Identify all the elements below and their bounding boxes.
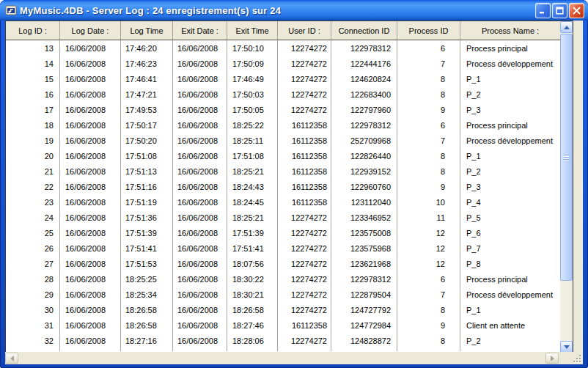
cell-exit-date: 16/06/2008 xyxy=(173,163,227,179)
cell-user-id: 12274272 xyxy=(278,302,331,317)
cell-log-date: 16/06/2008 xyxy=(60,240,121,256)
column-header-connection-id[interactable]: Connection ID xyxy=(331,21,397,40)
cell-user-id: 12274272 xyxy=(278,40,331,56)
cell-connection-id: 122978312 xyxy=(331,117,397,133)
cell-log-time: 17:51:39 xyxy=(121,225,173,240)
cell-exit-date: 16/06/2008 xyxy=(173,133,227,148)
cell-exit-time: 17:51:39 xyxy=(227,225,278,240)
cell-log-date: 16/06/2008 xyxy=(60,148,121,163)
cell-log-date: 16/06/2008 xyxy=(60,56,121,71)
close-button[interactable] xyxy=(569,3,584,18)
application-icon[interactable] xyxy=(5,4,17,16)
cell-process-name: Process principal xyxy=(460,117,560,133)
cell-connection-id: 122826440 xyxy=(331,148,397,163)
cell-exit-time: 18:25:11 xyxy=(227,133,278,148)
cell-log-id: 32 xyxy=(6,333,60,348)
cell-exit-date: 16/06/2008 xyxy=(173,225,227,240)
minimize-button[interactable] xyxy=(535,3,551,18)
cell-user-id: 16112358 xyxy=(278,117,331,133)
scroll-down-button[interactable] xyxy=(560,341,573,353)
cell-process-id: 12 xyxy=(397,256,460,271)
cell-exit-time: 17:46:49 xyxy=(227,71,278,87)
cell-exit-time: 18:24:43 xyxy=(227,179,278,194)
cell-process-id: 8 xyxy=(397,87,460,102)
resize-grip[interactable] xyxy=(571,353,582,364)
column-header-process-name[interactable]: Process Name : xyxy=(460,21,560,40)
cell-process-name: P_8 xyxy=(460,256,560,271)
cell-log-time: 17:50:20 xyxy=(121,133,173,148)
cell-exit-time: 18:07:56 xyxy=(227,256,278,271)
scroll-right-button[interactable] xyxy=(545,353,559,364)
cell-process-id: 7 xyxy=(397,287,460,302)
cell-process-name: Client en attente xyxy=(460,317,560,333)
cell-log-date: 16/06/2008 xyxy=(60,287,121,302)
cell-log-id: 25 xyxy=(6,225,60,240)
cell-exit-date: 16/06/2008 xyxy=(173,56,227,71)
cell-log-time: 17:46:20 xyxy=(121,40,173,56)
cell-exit-date: 16/06/2008 xyxy=(173,117,227,133)
column-header-log-time[interactable]: Log Time xyxy=(121,21,173,40)
maximize-button[interactable] xyxy=(552,3,567,18)
column-header-exit-time[interactable]: Exit Time xyxy=(227,21,278,40)
cell-exit-time: 18:30:22 xyxy=(227,271,278,287)
cell-log-id: 23 xyxy=(6,194,60,210)
cell-exit-time: 17:50:03 xyxy=(227,87,278,102)
cell-log-date: 16/06/2008 xyxy=(60,133,121,148)
vertical-scrollbar[interactable] xyxy=(560,21,573,353)
cell-exit-time: 17:51:41 xyxy=(227,240,278,256)
column-header-log-id[interactable]: Log ID : xyxy=(6,21,60,40)
cell-log-id: 19 xyxy=(6,133,60,148)
column-header-log-date[interactable]: Log Date : xyxy=(60,21,121,40)
cell-log-id: 27 xyxy=(6,256,60,271)
cell-process-id: 8 xyxy=(397,163,460,179)
table-filler-cell xyxy=(331,348,397,351)
scroll-up-button[interactable] xyxy=(560,21,573,33)
cell-log-time: 17:51:41 xyxy=(121,240,173,256)
cell-user-id: 12274272 xyxy=(278,287,331,302)
cell-exit-time: 17:50:05 xyxy=(227,102,278,117)
cell-exit-date: 16/06/2008 xyxy=(173,87,227,102)
cell-process-id: 8 xyxy=(397,333,460,348)
cell-log-id: 28 xyxy=(6,271,60,287)
cell-log-time: 17:51:13 xyxy=(121,163,173,179)
cell-user-id: 16112358 xyxy=(278,148,331,163)
vertical-scrollbar-thumb[interactable] xyxy=(560,34,573,281)
cell-connection-id: 122797960 xyxy=(331,102,397,117)
cell-connection-id: 122978312 xyxy=(331,40,397,56)
cell-exit-date: 16/06/2008 xyxy=(173,71,227,87)
column-header-process-id[interactable]: Process ID xyxy=(397,21,460,40)
cell-log-id: 21 xyxy=(6,163,60,179)
column-header-user-id[interactable]: User ID : xyxy=(278,21,331,40)
table-filler-cell xyxy=(121,348,173,351)
column-header-exit-date[interactable]: Exit Date : xyxy=(173,21,227,40)
cell-connection-id: 123112040 xyxy=(331,194,397,210)
cell-process-name: P_3 xyxy=(460,102,560,117)
cell-user-id: 12274272 xyxy=(278,256,331,271)
cell-log-time: 17:47:21 xyxy=(121,87,173,102)
arrow-down-icon xyxy=(564,345,570,349)
scrollbar-grip-icon xyxy=(564,155,569,161)
cell-connection-id: 123575968 xyxy=(331,240,397,256)
cell-log-date: 16/06/2008 xyxy=(60,210,121,225)
scroll-left-button[interactable] xyxy=(5,353,18,364)
cell-process-id: 9 xyxy=(397,179,460,194)
cell-process-id: 10 xyxy=(397,194,460,210)
cell-process-name: Process développement xyxy=(460,287,560,302)
horizontal-scrollbar[interactable] xyxy=(5,352,583,364)
cell-connection-id: 124828872 xyxy=(331,333,397,348)
cell-exit-date: 16/06/2008 xyxy=(173,179,227,194)
table-filler-cell xyxy=(397,348,460,351)
cell-log-date: 16/06/2008 xyxy=(60,302,121,317)
cell-process-id: 8 xyxy=(397,148,460,163)
cell-user-id: 16112358 xyxy=(278,163,331,179)
cell-log-date: 16/06/2008 xyxy=(60,163,121,179)
cell-process-name: P_2 xyxy=(460,87,560,102)
title-bar[interactable]: MyMusic.4DB - Server Log : 24 enregistre… xyxy=(0,0,588,21)
cell-exit-date: 16/06/2008 xyxy=(173,287,227,302)
cell-user-id: 12274272 xyxy=(278,225,331,240)
cell-log-id: 17 xyxy=(6,102,60,117)
cell-log-date: 16/06/2008 xyxy=(60,225,121,240)
cell-process-name: P_5 xyxy=(460,210,560,225)
cell-exit-time: 17:50:09 xyxy=(227,56,278,71)
cell-connection-id: 124727792 xyxy=(331,302,397,317)
